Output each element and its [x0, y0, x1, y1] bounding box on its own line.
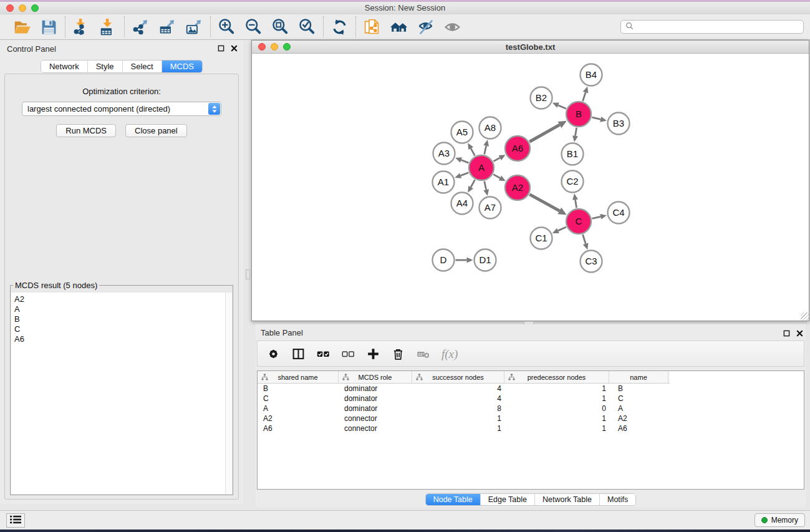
column-header-name[interactable]: name	[609, 371, 668, 384]
memory-button[interactable]: Memory	[755, 513, 805, 527]
list-icon	[10, 515, 21, 526]
columns-button[interactable]	[291, 347, 306, 361]
network-window-titlebar[interactable]: testGlobe.txt	[252, 41, 809, 54]
refresh-layout-button[interactable]	[330, 17, 349, 37]
table-cell: 1	[504, 384, 609, 393]
column-header-successor-nodes[interactable]: successor nodes	[412, 371, 504, 384]
result-item[interactable]: A6	[14, 334, 232, 344]
search-field[interactable]	[620, 20, 804, 34]
select-all-columns-button[interactable]	[316, 347, 330, 361]
table-tab-edge-table[interactable]: Edge Table	[480, 494, 534, 505]
network-minimize-button[interactable]	[271, 43, 278, 51]
edge-B-B4[interactable]	[583, 92, 586, 101]
result-item[interactable]: A	[14, 304, 232, 314]
show-panels-icon	[443, 29, 461, 38]
edge-A-A1[interactable]	[461, 173, 469, 176]
edge-B-B1[interactable]	[576, 128, 577, 136]
edge-C-C1[interactable]	[558, 227, 566, 231]
edge-A-A6[interactable]	[493, 158, 499, 162]
result-item[interactable]: A2	[14, 294, 232, 304]
hide-panels-button[interactable]	[416, 17, 435, 37]
function-icon: f(x)	[441, 351, 458, 360]
float-table-panel-icon[interactable]	[783, 328, 790, 339]
home-button[interactable]	[389, 17, 408, 37]
new-network-file-button[interactable]	[362, 17, 382, 37]
table-tab-network-table[interactable]: Network Table	[534, 494, 599, 505]
criterion-dropdown[interactable]: largest connected component (directed)	[22, 102, 221, 116]
delete-row-button[interactable]	[391, 347, 405, 361]
splitter-handle-left[interactable]	[246, 269, 250, 279]
edge-arrowhead	[600, 214, 607, 220]
export-network-button[interactable]	[131, 17, 150, 37]
table-row[interactable]: Cdominator41C	[258, 394, 804, 404]
table-row[interactable]: Bdominator41B	[258, 384, 804, 394]
import-table-button[interactable]	[99, 17, 118, 37]
network-close-button[interactable]	[258, 43, 266, 51]
zoom-out-button[interactable]	[244, 17, 263, 37]
edge-A-A8[interactable]	[485, 146, 486, 155]
export-table-button[interactable]	[158, 17, 177, 37]
table-row[interactable]: A2connector11A2	[258, 414, 804, 423]
edge-C-C2[interactable]	[576, 200, 577, 208]
delete-table-icon	[417, 353, 430, 362]
close-table-panel-icon[interactable]	[796, 328, 803, 339]
close-panel-button[interactable]: Close panel	[125, 124, 187, 137]
edge-A2-C[interactable]	[529, 195, 559, 211]
table-tab-node-table[interactable]: Node Table	[426, 494, 480, 505]
edge-arrowhead	[583, 243, 589, 250]
node-label-A6: A6	[512, 143, 523, 153]
show-panels-button[interactable]	[443, 17, 462, 37]
edge-A-A4[interactable]	[471, 180, 475, 187]
edge-A-A3[interactable]	[461, 160, 469, 163]
deselect-all-columns-button[interactable]	[341, 347, 355, 361]
memory-status-icon	[761, 517, 768, 523]
edge-C-C3[interactable]	[583, 235, 586, 244]
column-header-mcds-role[interactable]: MCDS role	[339, 371, 412, 384]
close-panel-icon[interactable]	[231, 45, 238, 52]
tab-mcds[interactable]: MCDS	[162, 60, 202, 72]
edge-A-A5[interactable]	[471, 148, 475, 156]
save-session-button[interactable]	[39, 17, 59, 37]
node-label-A: A	[478, 162, 485, 173]
zoom-selected-button[interactable]	[297, 17, 317, 37]
tab-style[interactable]: Style	[87, 60, 122, 72]
table-row[interactable]: A6connector11A6	[258, 423, 804, 433]
edge-C-C4[interactable]	[592, 216, 600, 218]
run-mcds-button[interactable]: Run MCDS	[56, 124, 116, 137]
edge-B-B2[interactable]	[558, 105, 566, 109]
result-item[interactable]: B	[14, 314, 232, 324]
edge-A-A7[interactable]	[485, 181, 486, 190]
search-input[interactable]	[637, 22, 799, 31]
result-scrollbar[interactable]	[225, 293, 232, 494]
table-cell: 0	[504, 404, 609, 413]
network-window-title: testGlobe.txt	[252, 41, 809, 54]
open-file-icon	[13, 29, 31, 38]
edge-B-B3[interactable]	[592, 117, 600, 119]
network-zoom-button[interactable]	[283, 43, 291, 51]
window-resize-grip[interactable]	[801, 312, 809, 321]
table-cell: A6	[609, 424, 668, 433]
import-network-button[interactable]	[72, 17, 91, 37]
mcds-result-list[interactable]: A2ABCA6	[11, 293, 232, 494]
add-row-button[interactable]	[366, 347, 380, 361]
tab-network[interactable]: Network	[41, 60, 87, 72]
table-tab-motifs[interactable]: Motifs	[599, 494, 635, 505]
node-table[interactable]: shared nameMCDS rolesuccessor nodesprede…	[257, 370, 804, 490]
column-header-predecessor-nodes[interactable]: predecessor nodes	[504, 371, 609, 384]
open-file-button[interactable]	[12, 17, 32, 37]
network-canvas[interactable]: AA1A2A3A4A5A6A7A8BB1B2B3B4CC1C2C3C4DD1	[252, 54, 809, 321]
zoom-fit-button[interactable]	[271, 17, 290, 37]
zoom-in-button[interactable]	[217, 17, 236, 37]
result-item[interactable]: C	[14, 324, 232, 334]
float-panel-icon[interactable]	[218, 45, 224, 52]
edge-A6-B[interactable]	[529, 125, 559, 142]
node-label-B3: B3	[613, 118, 624, 128]
settings-icon	[267, 353, 280, 362]
column-header-shared-name[interactable]: shared name	[258, 371, 339, 384]
task-history-button[interactable]	[6, 513, 25, 528]
tab-select[interactable]: Select	[122, 60, 162, 72]
table-row[interactable]: Adominator80A	[258, 404, 804, 414]
export-image-button[interactable]	[185, 17, 204, 37]
settings-button[interactable]	[266, 347, 281, 361]
edge-A-A2[interactable]	[493, 175, 500, 178]
